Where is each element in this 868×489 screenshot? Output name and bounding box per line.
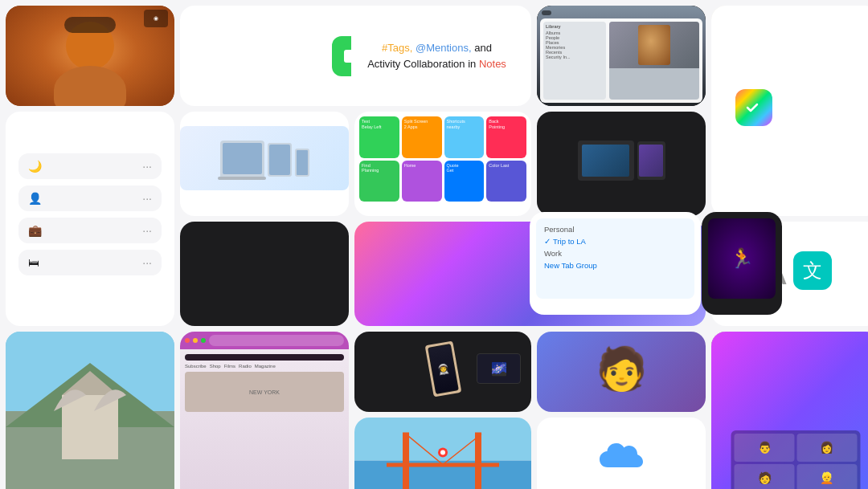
person-icon: 👤 xyxy=(28,192,42,205)
lowpower-card xyxy=(180,222,349,326)
shortcut-4: BackPointing xyxy=(486,116,526,158)
shortcuts-gallery-card: TextBelay Left Split Screen2 Apps Shortc… xyxy=(354,112,531,216)
universal-label xyxy=(615,197,628,203)
tags-text: #Tags, xyxy=(382,42,412,54)
moon-icon: 🌙 xyxy=(28,160,42,173)
activity-text: Activity xyxy=(367,58,400,70)
shortcut-2: Split Screen2 Apps xyxy=(402,116,442,158)
shortcut-7: QuoteGet xyxy=(444,161,485,202)
shared-image xyxy=(6,332,174,489)
svg-rect-16 xyxy=(387,463,499,467)
svg-rect-14 xyxy=(403,433,409,490)
nav-tabs: SubscribeShopFilmsRadioMagazine xyxy=(185,364,344,369)
create-shortcuts-card xyxy=(711,6,868,216)
game-label xyxy=(735,302,748,308)
shortcut-3: Shortcutsnearby xyxy=(444,116,485,158)
dots-icon-3: ··· xyxy=(142,224,152,237)
photos-memories-card: Library Albums People Places Memories Re… xyxy=(537,6,706,106)
game-visual: 🏃 xyxy=(708,218,776,299)
in-text: in xyxy=(468,58,476,70)
tabgroups-card-overlay: Personal ✓ Trip to LA Work New Tab Group xyxy=(530,212,701,315)
shortcut-5: FindPlanning xyxy=(359,161,399,202)
airplay-card: 👨‍🚀 🌌 xyxy=(354,332,531,412)
maps-card xyxy=(354,418,531,489)
shareplay-preview: 👨 👩 🧑 👱 xyxy=(711,332,868,489)
bed-icon: 🛏 xyxy=(28,256,39,269)
icloud-icon xyxy=(593,439,649,483)
icloud-label xyxy=(615,483,628,489)
svg-point-18 xyxy=(440,450,445,455)
tab-personal: Personal xyxy=(541,223,690,235)
dots-icon: ··· xyxy=(142,160,152,173)
memoji-label xyxy=(615,399,628,405)
svg-rect-10 xyxy=(62,395,118,459)
shareplay-card: 👨 👩 🧑 👱 xyxy=(711,332,868,489)
translation-label xyxy=(789,305,802,312)
collab-text: Collaboration xyxy=(403,58,465,70)
briefcase-icon: 💼 xyxy=(28,224,42,237)
photos-memories-label xyxy=(542,10,551,15)
focus-work[interactable]: 💼 ··· xyxy=(18,218,162,243)
shortcut-8: Color Last xyxy=(486,161,526,202)
translate-icon: 文 xyxy=(793,251,832,290)
safari-extensions-card xyxy=(180,112,349,216)
focus-do-not-disturb[interactable]: 🌙 ··· xyxy=(18,153,162,179)
tab-work: Work xyxy=(541,247,690,259)
article-image: NEW YORK xyxy=(185,372,344,412)
url-bar[interactable] xyxy=(209,335,344,346)
max-button-green xyxy=(201,338,206,343)
shortcut-6: Home xyxy=(402,161,442,202)
notes-link: Notes xyxy=(479,58,506,70)
and-text: and xyxy=(474,42,492,54)
shortcut-1: TextBelay Left xyxy=(359,116,399,158)
tabgroups-label xyxy=(609,302,622,308)
universal-control-card xyxy=(537,112,706,216)
close-button-red xyxy=(185,338,190,343)
facetime-person-image: ◉ xyxy=(6,6,174,106)
safari-redesign-preview: SubscribeShopFilmsRadioMagazine NEW YORK xyxy=(180,332,349,489)
notes-features-card: #Tags, @Mentions, and Activity Collabora… xyxy=(351,6,522,106)
icloud-card xyxy=(537,418,706,489)
safari-content-area: SubscribeShopFilmsRadioMagazine NEW YORK xyxy=(180,349,349,489)
universal-preview xyxy=(537,124,706,197)
tab-trip: ✓ Trip to LA xyxy=(541,235,690,247)
min-button-yellow xyxy=(193,338,198,343)
facetime-card: ◉ xyxy=(6,6,174,106)
dots-icon-4: ··· xyxy=(142,256,152,269)
laptop-device xyxy=(578,141,634,181)
browser-chrome xyxy=(180,332,349,349)
mentions-text: @Mentions, xyxy=(416,42,472,54)
mac-screen: 🌌 xyxy=(477,353,521,384)
airplay-preview: 👨‍🚀 🌌 xyxy=(361,338,525,399)
phone-device: 👨‍🚀 xyxy=(424,340,461,397)
game-highlights-card: 🏃 xyxy=(702,212,782,315)
maps-preview xyxy=(354,418,531,489)
memoji-visual: 🧑 xyxy=(596,338,648,399)
safari-ext-preview xyxy=(180,126,349,190)
focus-sleep[interactable]: 🛏 ··· xyxy=(18,250,162,275)
dots-icon-2: ··· xyxy=(142,192,152,205)
focus-card: 🌙 ··· 👤 ··· 💼 ··· xyxy=(6,112,174,326)
memoji-card: 🧑 xyxy=(537,332,706,412)
safari-ext-label xyxy=(258,195,271,202)
redesigned-safari-card: SubscribeShopFilmsRadioMagazine NEW YORK xyxy=(180,332,349,489)
shortcuts-app-icon xyxy=(735,89,772,126)
shared-with-you-card: V 🔗 xyxy=(6,332,174,489)
tab-new: New Tab Group xyxy=(541,259,690,271)
airplay-label xyxy=(436,399,449,405)
photos-preview: Library Albums People Places Memories Re… xyxy=(537,6,706,106)
focus-personal[interactable]: 👤 ··· xyxy=(18,185,162,211)
shortcuts-gallery-label xyxy=(436,210,449,216)
tablet-device xyxy=(637,141,665,180)
svg-rect-15 xyxy=(475,433,481,490)
tabgroups-preview: Personal ✓ Trip to LA Work New Tab Group xyxy=(536,218,694,299)
